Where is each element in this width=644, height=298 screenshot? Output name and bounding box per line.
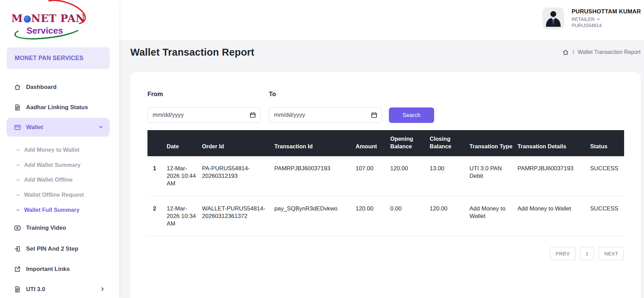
sidebar-subitem-label: Wallet Offline Request [24, 192, 84, 198]
sidebar-subitem-label: Add Money to Wallet [24, 147, 80, 153]
transactions-table: DateOrder IdTransaction IdAmountOpening … [147, 130, 624, 237]
globe-icon [24, 15, 31, 23]
page-title: Wallet Transaction Report [130, 47, 254, 58]
next-page-button[interactable]: NEXT [599, 247, 624, 260]
sidebar-item-dashboard[interactable]: Dashboard [14, 80, 57, 95]
column-header: Transaction Id [274, 130, 356, 156]
document-icon [14, 286, 21, 293]
person-silhouette-icon [542, 8, 564, 29]
user-role-label: RETAILER [572, 16, 595, 22]
sidebar-subitem-add-wallet-offline[interactable]: – Add Wallet Offline [16, 175, 73, 184]
sidebar-item-uti-3-0[interactable]: UTI 3.0 [14, 282, 45, 297]
breadcrumb: / Wallet Transaction Report [562, 49, 641, 56]
avatar [542, 8, 564, 29]
page-number-button[interactable]: 1 [580, 247, 594, 260]
external-link-icon [14, 265, 21, 273]
cell-opening-balance: 0.00 [390, 196, 430, 236]
brand-logo: MNET PAN Services [11, 5, 100, 39]
cell-closing-balance: 13.00 [430, 156, 469, 196]
user-meta: PURUSHOTTAM KUMAR RETAILER PURUS54814 [572, 8, 641, 29]
cell-status: SUCCESS [590, 156, 624, 196]
column-header: Transation Type [469, 130, 517, 156]
column-header: Status [590, 130, 624, 156]
wallet-card-icon [14, 124, 21, 131]
home-icon[interactable] [562, 49, 569, 56]
cell-order-id: PA-PURUS54814-20260312193 [202, 156, 274, 196]
dash-bullet: – [16, 192, 20, 198]
sidebar-item-label: UTI 3.0 [26, 286, 45, 293]
logo-line2: Services [26, 25, 63, 36]
play-video-icon [14, 224, 21, 232]
cell-status: SUCCESS [590, 196, 624, 236]
sidebar-subitem-wallet-full-summary[interactable]: – Wallet Full Summary [16, 205, 80, 215]
column-header: Order Id [202, 130, 274, 156]
column-header: Amount [356, 130, 390, 156]
cell-date: 12-Mar-2026 10:34 AM [167, 196, 202, 236]
cell-amount: 120.00 [356, 196, 390, 236]
topbar: PURUSHOTTAM KUMAR RETAILER PURUS54814 [119, 0, 644, 40]
sidebar-item-training-video[interactable]: Training Video [14, 220, 66, 236]
cell-sn: 1 [147, 156, 167, 196]
login-arrow-icon [14, 245, 21, 253]
pagination: PREV 1 NEXT [147, 247, 624, 260]
column-header: Closing Balance [430, 130, 469, 156]
table-header-row: DateOrder IdTransaction IdAmountOpening … [147, 130, 624, 156]
search-button[interactable]: Search [389, 107, 434, 123]
cell-transaction-id: PAMRPJBJ60037193 [274, 156, 356, 196]
cell-transaction-id: pay_SQBynR3dEDvkwo [274, 196, 356, 236]
document-icon [14, 104, 21, 111]
cell-date: 12-Mar-2026 10:44 AM [167, 156, 202, 196]
sidebar-item-important-links[interactable]: Important Links [14, 262, 70, 277]
sidebar-subitem-add-wallet-summary[interactable]: – Add Wallet Summary [16, 160, 81, 170]
cell-transation-details: PAMRPJBJ60037193 [517, 156, 590, 196]
dash-bullet: – [16, 147, 20, 153]
sidebar-subitem-label: Add Wallet Offline [24, 176, 72, 183]
chevron-down-icon [97, 124, 104, 130]
home-icon [14, 83, 21, 91]
table-row: 112-Mar-2026 10:44 AMPA-PURUS54814-20260… [147, 156, 624, 196]
cell-amount: 107.00 [356, 156, 390, 196]
sidebar-item-label: Important Links [26, 266, 70, 273]
user-role[interactable]: RETAILER [572, 16, 641, 22]
to-date-input[interactable] [269, 107, 382, 123]
chevron-right-icon [99, 286, 106, 293]
sidebar: MNET PAN Services MONET PAN SERVICES Das… [0, 0, 119, 298]
dash-bullet: – [16, 176, 20, 183]
sidebar-item-label: Dashboard [26, 84, 57, 91]
to-date-field: To [269, 91, 382, 123]
cell-order-id: WALLET-PURUS54814-20260312361372 [202, 196, 274, 236]
content-area: Wallet Transaction Report / Wallet Trans… [119, 40, 644, 298]
sidebar-subitem-label: Add Wallet Summary [24, 162, 80, 168]
sidebar-subitem-add-money-to-wallet[interactable]: – Add Money to Wallet [16, 145, 80, 154]
sidebar-item-label: Wallet [26, 124, 43, 131]
sidebar-section-label: MONET PAN SERVICES [7, 47, 110, 69]
chevron-down-icon [596, 17, 601, 22]
sidebar-item-label: Aadhar Linking Status [26, 104, 88, 111]
cell-opening-balance: 120.00 [390, 156, 430, 196]
user-name: PURUSHOTTAM KUMAR [572, 8, 641, 15]
sidebar-subitem-label: Wallet Full Summary [24, 207, 80, 213]
cell-transation-type: UTI 3.0 PAN Debit [469, 156, 517, 196]
dash-bullet: – [16, 207, 20, 213]
dash-bullet: – [16, 162, 20, 168]
user-id: PURUS54814 [572, 23, 641, 28]
sidebar-item-wallet[interactable]: Wallet [7, 118, 110, 137]
from-label: From [147, 91, 261, 98]
from-date-input[interactable] [147, 107, 261, 123]
to-label: To [269, 91, 382, 98]
from-date-field: From [147, 91, 261, 123]
prev-page-button[interactable]: PREV [550, 247, 575, 260]
column-header: Date [167, 130, 202, 156]
cell-sn: 2 [147, 196, 167, 236]
table-row: 212-Mar-2026 10:34 AMWALLET-PURUS54814-2… [147, 196, 624, 236]
cell-transation-details: Add Money to Wallet [517, 196, 590, 236]
column-header: Opening Balance [390, 130, 430, 156]
sidebar-item-label: Set PIN And 2 Step [26, 245, 78, 252]
sidebar-subitem-wallet-offline-request[interactable]: – Wallet Offline Request [16, 190, 84, 199]
sidebar-item-aadhar-linking-status[interactable]: Aadhar Linking Status [14, 100, 88, 115]
column-header [147, 130, 167, 156]
cell-closing-balance: 120.00 [430, 196, 469, 236]
cell-transation-type: Add Money to Wallet [469, 196, 517, 236]
user-menu[interactable]: PURUSHOTTAM KUMAR RETAILER PURUS54814 [542, 8, 641, 29]
sidebar-item-set-pin-and-2-step[interactable]: Set PIN And 2 Step [14, 241, 78, 256]
